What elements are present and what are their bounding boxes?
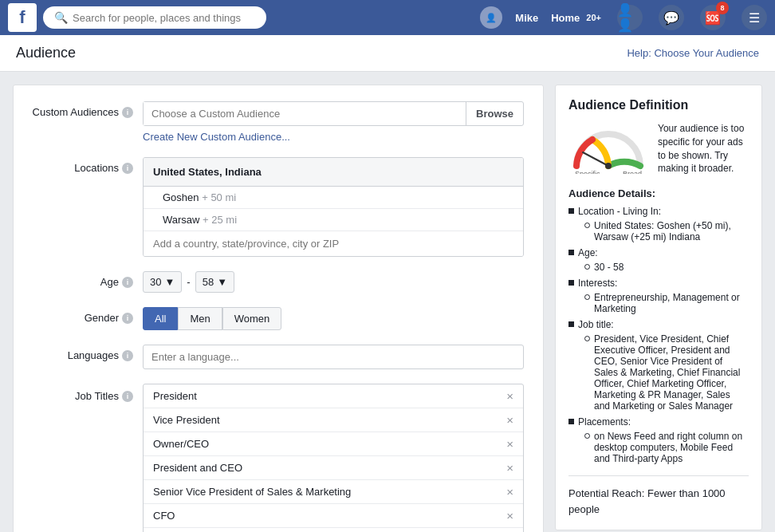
gender-men-button[interactable]: Men [178,307,222,330]
detail-sublist: 30 - 58 [584,262,749,273]
messages-icon: 💬 [659,5,684,30]
detail-subitem: United States: Goshen (+50 mi), Warsaw (… [584,220,749,242]
locations-box: United States, Indiana Goshen + 50 mi Wa… [143,157,524,257]
job-titles-control: President×Vice President×Owner/CEO×Presi… [143,384,524,532]
age-label: Age i [30,271,133,288]
detail-subitem-text: United States: Goshen (+50 mi), Warsaw (… [594,220,749,242]
username-label[interactable]: Mike [515,12,538,24]
detail-category: Location - Living In:United States: Gosh… [568,206,749,242]
job-title-row: President× [144,384,523,408]
help-link[interactable]: Help: Choose Your Audience [627,47,759,59]
job-title-remove-button[interactable]: × [506,438,513,450]
create-custom-audience-link[interactable]: Create New Custom Audience... [143,131,290,143]
age-row: Age i 30 ▼ - 58 ▼ [30,271,524,293]
detail-subitem: on News Feed and right column on desktop… [584,431,749,464]
job-title-label: President and CEO [153,462,242,474]
home-link[interactable]: Home [551,12,580,24]
age-control: 30 ▼ - 58 ▼ [143,271,524,293]
detail-label-text: Placements: [578,416,631,428]
detail-label: Age: [568,247,749,258]
detail-sublist: United States: Goshen (+50 mi), Warsaw (… [584,220,749,242]
page-title: Audience [16,45,76,61]
job-titles-box: President×Vice President×Owner/CEO×Presi… [143,384,524,532]
detail-subitem-text: on News Feed and right column on desktop… [594,431,749,464]
custom-audience-input[interactable] [144,102,466,125]
detail-label: Job title: [568,319,749,330]
gender-wrap: All Men Women [143,307,524,330]
job-title-remove-button[interactable]: × [506,390,513,402]
custom-audiences-info-icon[interactable]: i [122,107,133,118]
job-title-row: CFO× [144,504,523,528]
custom-audience-input-wrap: Browse [143,101,524,126]
browse-button[interactable]: Browse [466,102,523,125]
detail-label-text: Location - Living In: [578,206,661,217]
age-dash: - [187,276,190,288]
gender-all-button[interactable]: All [143,307,178,330]
locations-info-icon[interactable]: i [122,163,133,174]
location-add-input[interactable] [144,231,523,256]
main-content: Custom Audiences i Browse Create New Cus… [0,72,775,532]
languages-input[interactable] [143,345,524,369]
svg-text:Specific: Specific [575,170,600,174]
job-title-label: Senior Vice President of Sales & Marketi… [153,486,351,498]
messages-icon-wrap[interactable]: 💬 [659,5,684,30]
languages-row: Languages i [30,345,524,369]
job-title-row: Marketing Director× [144,528,523,532]
job-title-remove-button[interactable]: × [506,510,513,522]
bullet-circle-icon [584,433,590,439]
gender-women-button[interactable]: Women [222,307,282,330]
settings-icon-wrap[interactable]: ☰ [742,5,767,30]
right-panel: Audience Definition [555,85,762,532]
age-max-select[interactable]: 58 ▼ [195,271,234,293]
job-title-label: Owner/CEO [153,438,209,450]
age-wrap: 30 ▼ - 58 ▼ [143,271,524,293]
bullet-square-icon [568,208,574,214]
detail-category: Age:30 - 58 [568,247,749,273]
audience-form: Custom Audiences i Browse Create New Cus… [13,85,544,532]
age-min-select[interactable]: 30 ▼ [143,271,182,293]
custom-audiences-control: Browse Create New Custom Audience... [143,101,524,143]
page-header: Audience Help: Choose Your Audience [0,35,775,72]
job-title-remove-button[interactable]: × [506,486,513,498]
audience-def-title: Audience Definition [568,98,749,112]
avatar[interactable]: 👤 [480,6,502,29]
location-goshen-radius: + 50 mi [202,191,236,203]
job-title-row: Owner/CEO× [144,432,523,456]
job-title-row: Senior Vice President of Sales & Marketi… [144,480,523,504]
home-badge: 20+ [586,13,601,22]
gauge-description: Your audience is too specific for your a… [658,122,749,175]
audience-details-title: Audience Details: [568,187,749,199]
notifications-icon-wrap[interactable]: 🆘 8 [700,5,726,30]
potential-reach: Potential Reach: Fewer than 1000 people [568,475,749,517]
facebook-logo[interactable]: f [8,3,37,32]
gauge-svg: Specific Broad [568,122,648,176]
detail-label: Placements: [568,416,749,428]
bullet-square-icon [568,419,574,424]
age-info-icon[interactable]: i [122,277,133,288]
languages-info-icon[interactable]: i [122,350,133,361]
detail-sublist: President, Vice President, Chief Executi… [584,333,749,412]
search-input[interactable] [73,12,255,24]
languages-control [143,345,524,369]
location-add [144,231,523,256]
locations-row: Locations i United States, Indiana Goshe… [30,157,524,257]
bullet-square-icon [568,250,574,255]
job-titles-info-icon[interactable]: i [122,391,133,402]
bullet-circle-icon [584,223,590,228]
detail-subitem: Entrepreneurship, Management or Marketin… [584,292,749,314]
detail-sublist: on News Feed and right column on desktop… [584,431,749,464]
bullet-circle-icon [584,336,590,341]
svg-point-1 [605,163,612,169]
detail-label: Interests: [568,278,749,289]
gender-row: Gender i All Men Women [30,307,524,330]
gender-info-icon[interactable]: i [122,313,133,324]
notification-badge: 8 [716,2,729,14]
bullet-circle-icon [584,294,590,300]
friends-icon-wrap[interactable]: 👤👤 [617,5,643,30]
job-title-remove-button[interactable]: × [506,414,513,426]
job-title-remove-button[interactable]: × [506,462,513,474]
detail-category: Job title:President, Vice President, Chi… [568,319,749,412]
detail-category: Interests:Entrepreneurship, Management o… [568,278,749,314]
detail-subitem-text: President, Vice President, Chief Executi… [594,333,749,412]
search-icon: 🔍 [54,11,68,24]
